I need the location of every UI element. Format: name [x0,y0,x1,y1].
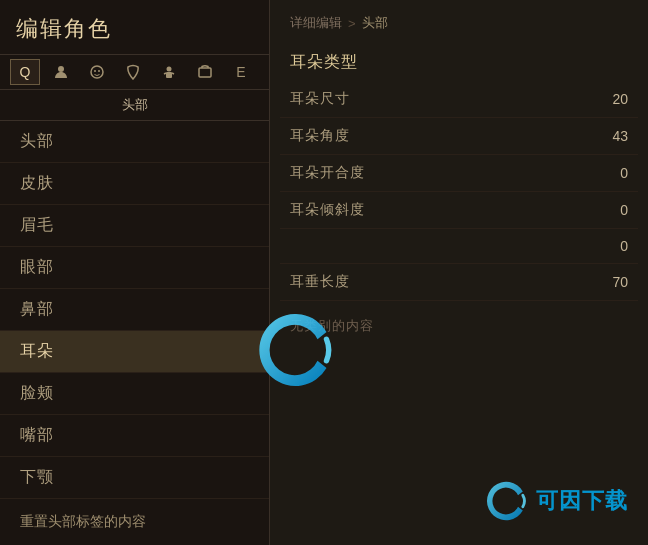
breadcrumb-parent: 详细编辑 [290,14,342,32]
nav-item-skin[interactable]: 皮肤 [0,163,269,205]
attr-row-ear-angle[interactable]: 耳朵角度 43 [280,118,638,155]
tab-face[interactable] [82,59,112,85]
no-content-label: 无类别的内容 [280,301,638,351]
nav-item-cheek[interactable]: 脸颊 [0,373,269,415]
breadcrumb: 详细编辑 > 头部 [280,0,638,42]
svg-rect-4 [166,72,172,78]
nav-item-head[interactable]: 头部 [0,121,269,163]
attr-value-extra: 0 [598,238,628,254]
attr-row-ear-tilt[interactable]: 耳朵倾斜度 0 [280,192,638,229]
attr-row-ear-open[interactable]: 耳朵开合度 0 [280,155,638,192]
svg-point-1 [91,66,103,78]
nav-item-ear[interactable]: 耳朵 [0,331,269,373]
reset-button[interactable]: 重置头部标签的内容 [0,503,269,541]
tab-body[interactable] [154,59,184,85]
svg-rect-6 [199,68,211,77]
attr-label-lobe: 耳垂长度 [290,273,350,291]
attr-label-ear-open: 耳朵开合度 [290,164,365,182]
attr-label-ear-tilt: 耳朵倾斜度 [290,201,365,219]
tab-hair[interactable] [118,59,148,85]
nav-item-brow[interactable]: 眉毛 [0,205,269,247]
right-panel: 详细编辑 > 头部 耳朵类型 耳朵尺寸 20 耳朵角度 43 耳朵开合度 0 耳… [270,0,648,545]
breadcrumb-current: 头部 [362,14,388,32]
svg-point-5 [167,67,172,72]
nav-item-eye[interactable]: 眼部 [0,247,269,289]
attr-value-ear-open: 0 [598,165,628,181]
panel-title: 编辑角色 [0,0,269,54]
section-header: 头部 [0,90,269,121]
attr-value-ear-angle: 43 [598,128,628,144]
attr-row-ear-size[interactable]: 耳朵尺寸 20 [280,81,638,118]
attr-value-lobe: 70 [598,274,628,290]
attr-row-lobe[interactable]: 耳垂长度 70 [280,264,638,301]
breadcrumb-separator: > [348,16,356,31]
nav-item-mouth[interactable]: 嘴部 [0,415,269,457]
tab-bar: Q [0,54,269,90]
tab-person[interactable] [46,59,76,85]
section-title: 耳朵类型 [280,42,638,81]
attr-label-ear-angle: 耳朵角度 [290,127,350,145]
nav-item-jaw[interactable]: 下颚 [0,457,269,499]
left-panel: 编辑角色 Q [0,0,270,545]
attr-value-ear-size: 20 [598,91,628,107]
attr-row-extra[interactable]: 0 [280,229,638,264]
attr-value-ear-tilt: 0 [598,202,628,218]
tab-e[interactable]: E [226,59,256,85]
attr-label-ear-size: 耳朵尺寸 [290,90,350,108]
tab-q[interactable]: Q [10,59,40,85]
nav-item-nose[interactable]: 鼻部 [0,289,269,331]
svg-point-2 [94,70,96,72]
tab-equip[interactable] [190,59,220,85]
svg-point-0 [58,66,64,72]
svg-point-3 [98,70,100,72]
